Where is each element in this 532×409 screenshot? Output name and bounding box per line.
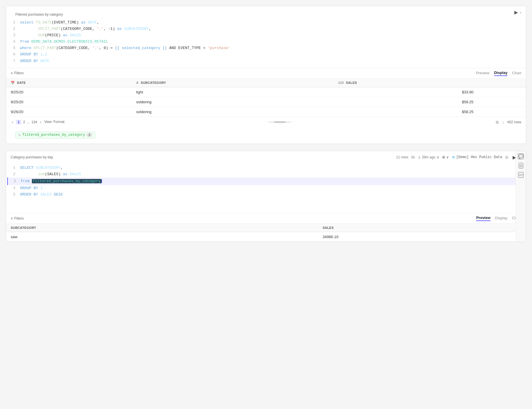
save-icon: ⤓ xyxy=(418,155,421,159)
code-line: 7 ORDER BY DATE xyxy=(11,58,521,64)
page-ellipsis: ... xyxy=(27,120,30,124)
line-number: 3 xyxy=(11,178,16,184)
filters-icon: ≡ xyxy=(11,71,13,75)
page-134[interactable]: 134 xyxy=(31,120,37,124)
schema-meta: ⊞ ∨ xyxy=(442,155,449,159)
code-text: SUM(PRICE) as SALES xyxy=(20,32,81,39)
table-header-row: SUBCATEGORY SALES xyxy=(6,224,526,232)
col-sales: 123 SALES xyxy=(334,79,478,87)
col-subcategory: SUBCATEGORY xyxy=(6,224,318,232)
cell2-code: 1 SELECT SUBCATEGORY, 2 sum(SALES) as SA… xyxy=(11,165,521,198)
code-text: GROUP BY 1 xyxy=(20,185,43,191)
cell-subcategory: soldering xyxy=(132,97,334,107)
ago-chevron[interactable]: ∨ xyxy=(437,155,439,159)
db-label: [Demo] Hex Public Data xyxy=(456,155,502,159)
line-number: 4 xyxy=(11,39,15,45)
scrollbar-thumb xyxy=(274,121,286,123)
prev-page-button[interactable]: ‹ xyxy=(11,120,14,124)
cell1-run-area: ▶ › xyxy=(513,9,521,16)
cell1-result-toolbar: ≡ Filters Preview Display Chart xyxy=(6,68,526,79)
cell1-code: 1 select TO_DATE(EVENT_TIME) as DATE, 2 … xyxy=(11,19,521,64)
cell2-editor: 1 SELECT SUBCATEGORY, 2 sum(SALES) as SA… xyxy=(6,161,526,213)
code-line: 5 where SPLIT_PART(CATEGORY_CODE, '.', 0… xyxy=(11,45,521,51)
cell-sales: $58.25 xyxy=(334,97,478,107)
copy-button[interactable]: ⧉ xyxy=(495,119,499,125)
filters-label: Filters xyxy=(14,216,24,220)
cell1-run-button[interactable]: ▶ xyxy=(513,9,519,16)
line-number: 3 xyxy=(11,32,15,39)
view-button[interactable]: View xyxy=(44,120,52,124)
table-row: 9/25/20 soldering $58.25 xyxy=(6,97,526,107)
download-button[interactable]: ↓ xyxy=(502,119,505,125)
code-line: 1 select TO_DATE(EVENT_TIME) as DATE, xyxy=(11,19,521,26)
line-number: 2 xyxy=(11,26,15,32)
schema-button[interactable]: ⊞ xyxy=(442,155,445,159)
code-line: 1 SELECT SUBCATEGORY, xyxy=(11,165,521,171)
cell-subcategory: soldering xyxy=(132,107,334,117)
cell-sales: $58.25 xyxy=(334,107,478,117)
col-sales: SALES xyxy=(318,224,526,232)
tab-chart[interactable]: Chart xyxy=(512,70,521,76)
cell1-chevron-button[interactable]: › xyxy=(520,10,521,15)
snowflake-icon: ❄ xyxy=(452,155,455,160)
stop-button[interactable]: ⊖ xyxy=(505,155,509,160)
cell-sales: 34986.10 xyxy=(318,232,526,242)
cell-date: 9/25/20 xyxy=(6,87,132,97)
cell-subcategory: light xyxy=(132,87,334,97)
cell-sales: $33.90 xyxy=(334,87,478,97)
code-line: 2 SPLIT_PART(CATEGORY_CODE, '.', -1) as … xyxy=(11,26,521,32)
cell2-result-tabs: Preview Display Chart xyxy=(476,216,521,221)
tab-display[interactable]: Display xyxy=(494,70,507,76)
time-meta: 0s xyxy=(411,155,415,159)
cell2-title: Category purchases by day xyxy=(11,155,53,159)
cell2-filters-button[interactable]: ≡ Filters xyxy=(11,216,24,220)
ago-meta: ⤓ 39m ago ∨ xyxy=(418,155,439,159)
code-text: sum(SALES) as SALES xyxy=(20,171,81,178)
code-line-highlighted: 3 from filtered_purchases_by_category xyxy=(7,178,525,185)
cell2-result-toolbar: ≡ Filters Preview Display Chart xyxy=(6,213,526,224)
line-number: 7 xyxy=(11,58,15,64)
code-line: 6 GROUP BY 1,2 xyxy=(11,51,521,58)
tab-display[interactable]: Display xyxy=(495,216,508,221)
time-value: 0s xyxy=(411,155,415,159)
line-number: 1 xyxy=(11,165,15,171)
line-number: 2 xyxy=(11,171,15,178)
tab-preview[interactable]: Preview xyxy=(476,70,489,76)
rows-value: 11 rows xyxy=(396,155,408,159)
code-text: GROUP BY 1,2 xyxy=(20,51,47,58)
code-line: 3 SUM(PRICE) as SALES xyxy=(11,32,521,39)
num-icon: 123 xyxy=(338,81,344,84)
text-icon: A xyxy=(136,81,139,84)
ref-tag-badge: 2 xyxy=(87,133,92,137)
cell2: Category purchases by day 11 rows 0s ⤓ 3… xyxy=(6,151,526,242)
col-subcategory: A SUBCATEGORY xyxy=(132,79,334,87)
cell-subcategory: saw xyxy=(6,232,318,242)
format-button[interactable]: Format xyxy=(53,120,64,124)
cell1-filters-button[interactable]: ≡ Filters xyxy=(11,71,24,75)
code-text: from filtered_purchases_by_category xyxy=(21,178,102,184)
cell-date: 9/25/20 xyxy=(6,97,132,107)
pagination-right: ⧉ ↓ 402 rows xyxy=(495,119,521,125)
next-page-button[interactable]: › xyxy=(39,120,42,124)
row-count: 402 rows xyxy=(507,120,521,124)
horizontal-scrollbar[interactable] xyxy=(268,121,291,123)
cell-empty xyxy=(478,97,526,107)
code-text: from DEMO_DATA.DEMOS.ELECTRONICS_RETAIL xyxy=(20,39,108,45)
cell1: Filtered purchases by category ▶ › 1 sel… xyxy=(6,6,526,144)
table-icon-button[interactable]: ⊞ xyxy=(519,163,523,169)
cell1-ref-tag-container: ↳ filtered_purchases_by_category 2 xyxy=(6,128,526,144)
tab-preview[interactable]: Preview xyxy=(476,216,490,221)
line-number: 5 xyxy=(11,45,15,51)
code-text: ORDER BY SALES DESC xyxy=(20,191,63,198)
cell1-ref-tag: ↳ filtered_purchases_by_category 2 xyxy=(15,132,95,138)
line-number: 6 xyxy=(11,51,15,58)
more-icon-button[interactable]: ••• xyxy=(518,172,524,178)
cell1-result-tabs: Preview Display Chart xyxy=(476,70,521,76)
line-number: 4 xyxy=(11,185,15,191)
page-2[interactable]: 2 xyxy=(23,120,25,124)
code-line: 4 GROUP BY 1 xyxy=(11,185,521,191)
chat-icon-button[interactable]: 💬 xyxy=(518,153,524,159)
cell2-table: SUBCATEGORY SALES saw 34986.10 xyxy=(6,224,526,242)
filters-label: Filters xyxy=(14,71,24,75)
schema-chevron[interactable]: ∨ xyxy=(446,155,449,159)
